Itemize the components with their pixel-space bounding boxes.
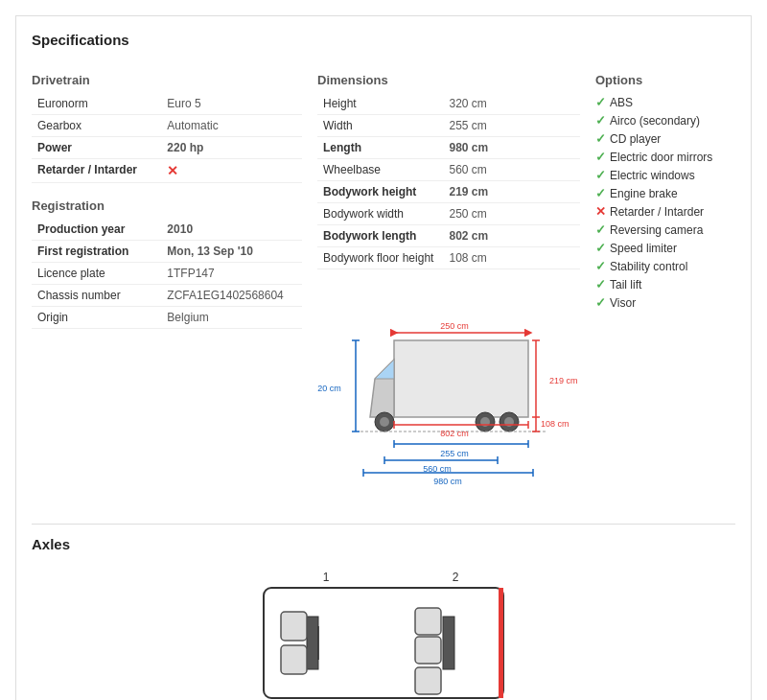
svg-rect-43 (281, 645, 307, 674)
option-label: Reversing camera (610, 223, 703, 237)
option-item: ✓Stability control (595, 257, 728, 275)
option-item: ✕Retarder / Intarder (595, 202, 728, 221)
option-label: CD player (610, 132, 661, 146)
registration-table: Production year2010First registrationMon… (32, 219, 302, 329)
svg-text:250 cm: 250 cm (440, 321, 469, 331)
drivetrain-value: Automatic (161, 115, 302, 137)
truck-diagram: 250 cm 802 cm 219 cm 108 cm (317, 292, 586, 494)
top-grid: Drivetrain EuronormEuro 5GearboxAutomati… (32, 59, 735, 504)
svg-text:108 cm: 108 cm (541, 419, 569, 429)
drivetrain-label: Euronorm (32, 93, 161, 115)
dimensions-label: Bodywork floor height (317, 247, 444, 269)
svg-text:219 cm: 219 cm (549, 376, 578, 385)
registration-value: 1TFP147 (161, 263, 302, 285)
check-icon: ✓ (595, 277, 606, 292)
drivetrain-label: Power (32, 137, 161, 159)
dimensions-title: Dimensions (317, 73, 580, 87)
dimensions-value: 108 cm (444, 247, 580, 269)
svg-text:980 cm: 980 cm (433, 477, 462, 486)
options-column: Options ✓ABS✓Airco (secondary)✓CD player… (588, 59, 735, 504)
svg-text:802 cm: 802 cm (440, 429, 469, 438)
option-item: ✓Engine brake (595, 184, 728, 202)
dimensions-label: Bodywork width (317, 203, 444, 225)
drivetrain-column: Drivetrain EuronormEuro 5GearboxAutomati… (32, 59, 310, 504)
check-icon: ✓ (595, 241, 606, 255)
dimensions-label: Width (317, 115, 444, 137)
option-label: Tail lift (610, 278, 641, 292)
svg-rect-47 (415, 667, 441, 694)
drivetrain-value: ✕ (161, 159, 302, 183)
svg-rect-46 (415, 637, 441, 664)
option-label: Visor (610, 296, 636, 310)
check-icon: ✓ (595, 95, 606, 109)
registration-value: Belgium (161, 307, 302, 329)
registration-label: Chassis number (32, 285, 161, 307)
specs-container: Specifications Drivetrain EuronormEuro 5… (15, 15, 752, 700)
axles-section: Axles 1 2 (32, 524, 735, 700)
page-title: Specifications (32, 32, 735, 48)
svg-text:1: 1 (323, 571, 330, 584)
check-icon: ✓ (595, 150, 606, 164)
svg-text:255 cm: 255 cm (440, 449, 469, 458)
svg-rect-37 (264, 588, 503, 698)
cross-icon: ✕ (595, 204, 606, 219)
dimensions-value: 320 cm (444, 93, 580, 115)
option-item: ✓Visor (595, 293, 728, 312)
dimensions-label: Wheelbase (317, 159, 444, 181)
check-icon: ✓ (595, 222, 606, 237)
dimensions-value: 980 cm (444, 137, 580, 159)
registration-value: Mon, 13 Sep '10 (161, 241, 302, 263)
check-icon: ✓ (595, 186, 606, 200)
drivetrain-label: Retarder / Intarder (32, 159, 161, 183)
options-list: ✓ABS✓Airco (secondary)✓CD player✓Electri… (595, 93, 728, 312)
dimensions-label: Height (317, 93, 444, 115)
registration-title: Registration (32, 198, 302, 213)
dimensions-table: Height320 cmWidth255 cmLength980 cmWheel… (317, 93, 580, 269)
dimensions-label: Bodywork height (317, 181, 444, 203)
option-label: Electric windows (610, 169, 695, 182)
drivetrain-value: 220 hp (161, 137, 302, 159)
registration-label: Licence plate (32, 263, 161, 285)
registration-label: Origin (32, 307, 161, 329)
dimensions-column: Dimensions Height320 cmWidth255 cmLength… (310, 59, 588, 504)
dimensions-value: 255 cm (444, 115, 580, 137)
dimensions-value: 250 cm (444, 203, 580, 225)
dimensions-value: 802 cm (444, 225, 580, 247)
option-item: ✓Electric windows (595, 166, 728, 184)
drivetrain-table: EuronormEuro 5GearboxAutomaticPower220 h… (32, 93, 302, 183)
check-icon: ✓ (595, 113, 606, 128)
option-item: ✓Speed limiter (595, 239, 728, 257)
option-label: Retarder / Intarder (610, 205, 704, 219)
dimensions-value: 560 cm (444, 159, 580, 181)
svg-text:320 cm: 320 cm (317, 384, 341, 393)
check-icon: ✓ (595, 295, 606, 310)
svg-rect-42 (281, 612, 307, 641)
svg-rect-41 (307, 617, 318, 669)
option-label: Airco (secondary) (610, 114, 700, 128)
option-item: ✓Tail lift (595, 275, 728, 293)
option-label: Speed limiter (610, 242, 677, 255)
svg-rect-38 (499, 588, 503, 698)
registration-label: First registration (32, 241, 161, 263)
axles-title: Axles (32, 536, 735, 552)
drivetrain-value: Euro 5 (161, 93, 302, 115)
registration-value: ZCFA1EG1402568604 (161, 285, 302, 307)
svg-rect-0 (394, 340, 528, 417)
dimensions-value: 219 cm (444, 181, 580, 203)
drivetrain-label: Gearbox (32, 115, 161, 137)
registration-value: 2010 (161, 219, 302, 241)
axles-svg: 1 2 (235, 564, 532, 700)
svg-text:2: 2 (453, 571, 459, 584)
svg-rect-44 (443, 617, 454, 669)
option-label: Electric door mirrors (610, 151, 712, 164)
svg-point-2 (380, 417, 389, 427)
option-item: ✓CD player (595, 129, 728, 148)
dimensions-label: Length (317, 137, 444, 159)
check-icon: ✓ (595, 168, 606, 182)
option-item: ✓Reversing camera (595, 221, 728, 239)
check-icon: ✓ (595, 259, 606, 273)
option-item: ✓ABS (595, 93, 728, 111)
option-item: ✓Airco (secondary) (595, 111, 728, 129)
registration-label: Production year (32, 219, 161, 241)
axles-diagram: 1 2 (32, 564, 735, 700)
